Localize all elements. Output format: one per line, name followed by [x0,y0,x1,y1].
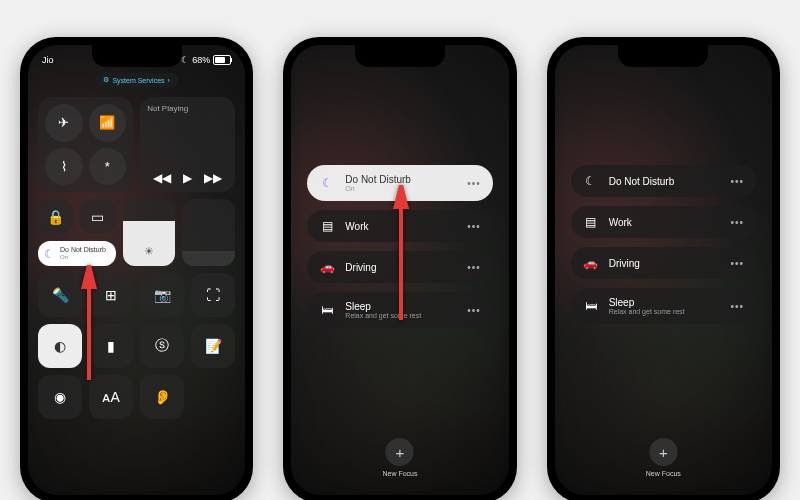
car-icon: 🚗 [319,260,335,274]
more-icon[interactable]: ••• [467,221,481,232]
calculator-button[interactable]: ⊞ [89,273,133,317]
more-icon[interactable]: ••• [730,217,744,228]
cellular-toggle[interactable]: 📶 [89,104,127,142]
badge-icon: ▤ [583,215,599,229]
moon-icon: ☾ [181,55,189,65]
more-icon[interactable]: ••• [467,262,481,273]
next-icon[interactable]: ▶▶ [204,171,222,185]
notch [355,45,445,67]
focus-item-driving[interactable]: 🚗 Driving ••• [307,251,492,283]
hearing-button[interactable]: 👂 [140,375,184,419]
bluetooth-toggle[interactable]: * [89,148,127,186]
orientation-lock-button[interactable]: 🔒 [38,199,73,234]
new-focus-label: New Focus [646,470,681,477]
focus-item-label: Driving [345,262,457,273]
chevron-right-icon: › [168,77,170,84]
system-services-pill[interactable]: ⚙ System Services › [95,73,177,87]
screen-mirror-button[interactable]: ▭ [80,199,115,234]
bed-icon: 🛏 [319,303,335,317]
focus-item-work[interactable]: ▤ Work ••• [307,210,492,242]
focus-item-sub: On [345,185,457,192]
wifi-toggle[interactable]: ⌇ [45,148,83,186]
focus-item-sub: Relax and get some rest [345,312,457,319]
carrier-label: Jio [42,55,54,65]
low-power-button[interactable]: ▮ [89,324,133,368]
brightness-slider[interactable]: ☀ [123,199,176,266]
music-title: Not Playing [147,104,228,113]
focus-label: Do Not Disturb [60,246,106,254]
battery-icon [213,55,231,65]
focus-item-label: Driving [609,258,721,269]
text-size-button[interactable]: ᴀA [89,375,133,419]
focus-item-driving[interactable]: 🚗 Driving ••• [571,247,756,279]
more-icon[interactable]: ••• [730,258,744,269]
battery-pct: 68% [192,55,210,65]
moon-icon: ☾ [583,174,599,188]
more-icon[interactable]: ••• [730,176,744,187]
screen: ☾ Do Not DisturbOn ••• ▤ Work ••• 🚗 Driv… [291,45,508,495]
plus-icon: + [386,438,414,466]
screen-record-button[interactable]: ◉ [38,375,82,419]
phone-focus-inactive: ☾ Do Not Disturb ••• ▤ Work ••• 🚗 Drivin… [547,37,780,500]
focus-item-work[interactable]: ▤ Work ••• [571,206,756,238]
dark-mode-button[interactable]: ◐ [38,324,82,368]
car-icon: 🚗 [583,256,599,270]
focus-sub: On [60,254,106,261]
focus-item-label: Work [609,217,721,228]
notch [618,45,708,67]
focus-item-label: Do Not Disturb [609,176,721,187]
phone-focus-active: ☾ Do Not DisturbOn ••• ▤ Work ••• 🚗 Driv… [283,37,516,500]
focus-item-label: Work [345,221,457,232]
volume-slider[interactable] [182,199,235,266]
focus-item-dnd[interactable]: ☾ Do Not DisturbOn ••• [307,165,492,201]
camera-button[interactable]: 📷 [140,273,184,317]
badge-icon: ▤ [319,219,335,233]
focus-item-dnd[interactable]: ☾ Do Not Disturb ••• [571,165,756,197]
sun-icon: ☀ [144,245,154,258]
pill-text: System Services [112,77,164,84]
new-focus-button[interactable]: + New Focus [646,438,681,477]
new-focus-label: New Focus [382,470,417,477]
focus-list: ☾ Do Not Disturb ••• ▤ Work ••• 🚗 Drivin… [555,45,772,324]
phone-control-center: Jio ☾ 68% ⚙ System Services › ✈ 📶 ⌇ * No… [20,37,253,500]
focus-tile[interactable]: ☾ Do Not Disturb On [38,241,116,265]
more-icon[interactable]: ••• [467,305,481,316]
moon-icon: ☾ [319,176,335,190]
focus-item-sleep[interactable]: 🛏 SleepRelax and get some rest ••• [307,292,492,328]
more-icon[interactable]: ••• [730,301,744,312]
connectivity-panel[interactable]: ✈ 📶 ⌇ * [38,97,133,192]
focus-item-label: Sleep [609,297,635,308]
shazam-button[interactable]: ⓢ [140,324,184,368]
screen: ☾ Do Not Disturb ••• ▤ Work ••• 🚗 Drivin… [555,45,772,495]
notch [92,45,182,67]
new-focus-button[interactable]: + New Focus [382,438,417,477]
screen: Jio ☾ 68% ⚙ System Services › ✈ 📶 ⌇ * No… [28,45,245,495]
focus-list: ☾ Do Not DisturbOn ••• ▤ Work ••• 🚗 Driv… [291,45,508,328]
gear-icon: ⚙ [103,76,109,84]
control-center-grid: ✈ 📶 ⌇ * Not Playing ◀◀ ▶ ▶▶ 🔒 ▭ ☀ [28,91,245,425]
music-panel[interactable]: Not Playing ◀◀ ▶ ▶▶ [140,97,235,192]
plus-icon: + [649,438,677,466]
more-icon[interactable]: ••• [467,178,481,189]
moon-icon: ☾ [44,247,55,261]
focus-item-sub: Relax and get some rest [609,308,721,315]
bed-icon: 🛏 [583,299,599,313]
focus-item-label: Sleep [345,301,371,312]
airplane-toggle[interactable]: ✈ [45,104,83,142]
notes-button[interactable]: 📝 [191,324,235,368]
focus-item-sleep[interactable]: 🛏 SleepRelax and get some rest ••• [571,288,756,324]
prev-icon[interactable]: ◀◀ [153,171,171,185]
qr-scan-button[interactable]: ⛶ [191,273,235,317]
flashlight-button[interactable]: 🔦 [38,273,82,317]
focus-item-label: Do Not Disturb [345,174,411,185]
play-icon[interactable]: ▶ [183,171,192,185]
